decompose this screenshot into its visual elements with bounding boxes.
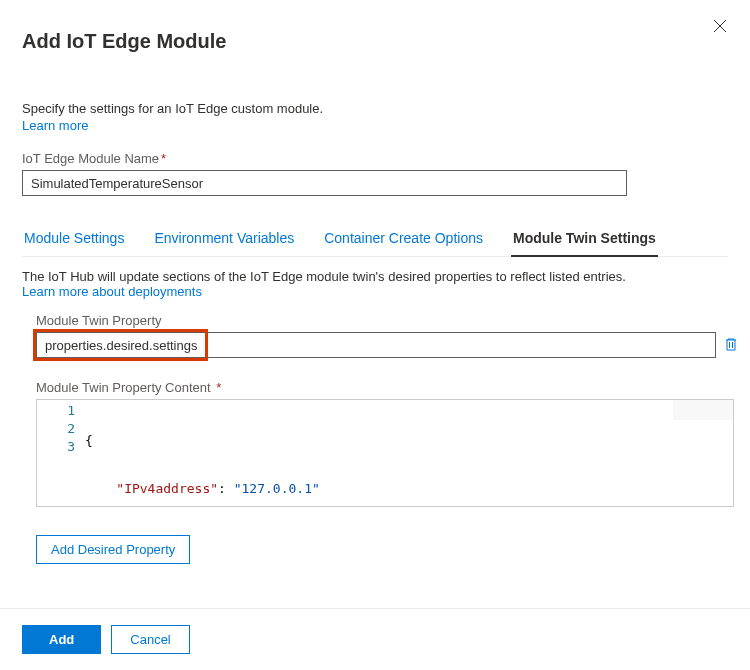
page-title: Add IoT Edge Module: [22, 30, 728, 53]
code-editor[interactable]: 1 2 3 { "IPv4address": "127.0.0.1" }: [36, 399, 734, 507]
footer: Add Cancel: [0, 608, 750, 670]
add-button[interactable]: Add: [22, 625, 101, 654]
delete-icon[interactable]: [724, 336, 738, 355]
learn-more-deployments-link[interactable]: Learn more about deployments: [22, 284, 202, 299]
twin-content-label: Module Twin Property Content *: [36, 380, 728, 395]
tab-module-twin-settings[interactable]: Module Twin Settings: [511, 222, 658, 256]
module-name-input[interactable]: [22, 170, 627, 196]
close-icon[interactable]: [710, 16, 730, 36]
tabs-bar: Module Settings Environment Variables Co…: [22, 222, 728, 257]
learn-more-link[interactable]: Learn more: [22, 118, 88, 133]
tab-environment-variables[interactable]: Environment Variables: [152, 222, 296, 256]
module-name-label: IoT Edge Module Name*: [22, 151, 728, 166]
cancel-button[interactable]: Cancel: [111, 625, 189, 654]
twin-property-label: Module Twin Property: [36, 313, 728, 328]
code-body[interactable]: { "IPv4address": "127.0.0.1" }: [85, 400, 733, 506]
tab-module-settings[interactable]: Module Settings: [22, 222, 126, 256]
add-desired-property-button[interactable]: Add Desired Property: [36, 535, 190, 564]
intro-description: Specify the settings for an IoT Edge cus…: [22, 101, 728, 116]
twin-property-input[interactable]: [36, 332, 716, 358]
tab-container-create-options[interactable]: Container Create Options: [322, 222, 485, 256]
code-gutter: 1 2 3: [37, 400, 85, 506]
twin-description: The IoT Hub will update sections of the …: [22, 269, 728, 284]
code-minimap: [673, 400, 733, 420]
